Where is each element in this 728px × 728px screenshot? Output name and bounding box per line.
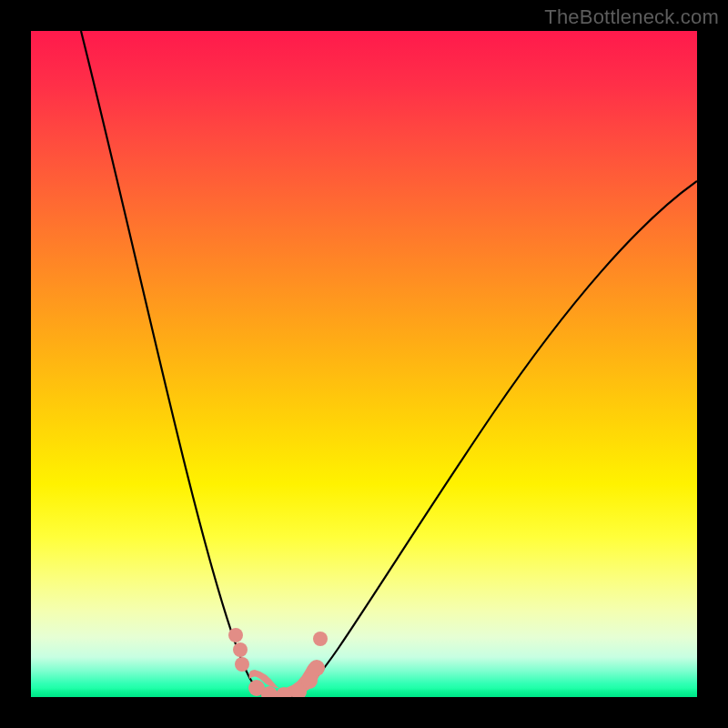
data-point-left-2: [233, 642, 248, 657]
chart-frame: TheBottleneck.com: [0, 0, 728, 728]
bottleneck-curve-left: [81, 31, 268, 697]
data-point-right-1: [313, 632, 328, 646]
plot-area: [31, 31, 697, 697]
data-point-left-1: [228, 628, 243, 642]
data-point-valley-6: [308, 660, 325, 676]
curve-layer: [31, 31, 697, 697]
watermark-text: TheBottleneck.com: [544, 5, 719, 29]
bottleneck-curve-right: [295, 181, 697, 697]
data-point-left-3: [235, 657, 249, 672]
